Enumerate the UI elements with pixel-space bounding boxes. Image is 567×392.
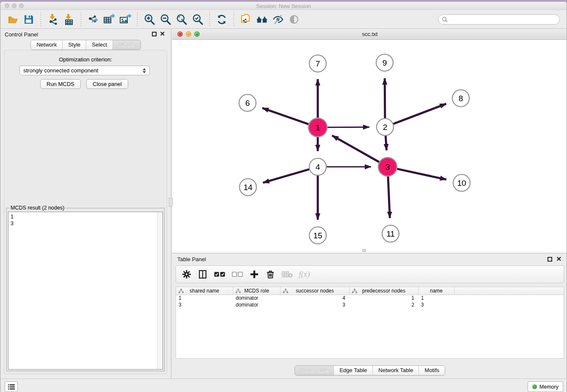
column-type-icon xyxy=(352,289,357,293)
function-builder-icon[interactable]: f(x) xyxy=(299,270,310,279)
hide-selected-icon[interactable] xyxy=(272,13,284,26)
graph-edge-3-11[interactable] xyxy=(388,177,390,218)
table-row[interactable]: 1 dominator 4 1 1 xyxy=(176,295,564,302)
graph-node-label: 15 xyxy=(313,231,322,240)
graph-node-8[interactable]: 8 xyxy=(452,90,469,107)
settings-gear-icon[interactable] xyxy=(181,269,192,280)
cell-successor-nodes[interactable]: 3 xyxy=(281,302,350,309)
graph-node-11[interactable]: 11 xyxy=(382,225,399,242)
network-window-titlebar[interactable]: ✕ − ＋ scc.txt xyxy=(172,29,567,40)
column-header-successor-nodes[interactable]: successor nodes xyxy=(281,287,350,295)
graph-node-15[interactable]: 15 xyxy=(309,227,326,244)
import-table-icon[interactable] xyxy=(63,13,75,26)
graph-edge-3-1[interactable] xyxy=(332,135,379,162)
first-neighbors-icon[interactable] xyxy=(256,13,268,26)
close-panel-icon[interactable]: ✕ xyxy=(160,30,165,38)
import-network-icon[interactable] xyxy=(47,13,59,26)
graph-edge-3-10[interactable] xyxy=(397,169,446,179)
add-row-icon[interactable] xyxy=(249,269,260,280)
column-header-predecessor-nodes[interactable]: predecessor nodes xyxy=(350,287,418,295)
graph-node-3[interactable]: 3 xyxy=(378,157,397,176)
export-table-icon[interactable] xyxy=(103,13,116,26)
graph-node-label: 4 xyxy=(316,163,320,171)
panel-splitter-handle[interactable] xyxy=(169,198,173,207)
delete-rows-icon[interactable] xyxy=(265,269,276,280)
open-session-icon[interactable] xyxy=(6,13,19,26)
graph-node-4[interactable]: 4 xyxy=(309,158,326,175)
cell-mcds-role[interactable]: dominator xyxy=(233,302,281,309)
column-type-icon xyxy=(283,289,288,293)
tab-edge-table[interactable]: Edge Table xyxy=(333,366,372,375)
cell-name[interactable]: 3 xyxy=(418,302,454,309)
graph-node-2[interactable]: 2 xyxy=(377,119,394,135)
deselect-all-icon[interactable] xyxy=(231,269,244,280)
select-all-icon[interactable] xyxy=(213,269,226,280)
table-row[interactable]: 3 dominator 3 2 3 xyxy=(176,302,564,309)
zoom-selected-icon[interactable] xyxy=(191,13,204,26)
float-panel-icon[interactable] xyxy=(152,32,157,36)
save-session-icon[interactable] xyxy=(22,13,35,26)
float-table-panel-icon[interactable] xyxy=(548,257,552,262)
cell-successor-nodes[interactable]: 4 xyxy=(281,295,350,302)
column-header-shared-name[interactable]: shared name xyxy=(176,287,233,295)
tab-style[interactable]: Style xyxy=(62,40,86,50)
search-input[interactable] xyxy=(448,16,556,22)
export-image-icon[interactable] xyxy=(119,13,132,26)
tab-node-table[interactable]: Node Table xyxy=(295,366,334,375)
zoom-out-icon[interactable] xyxy=(159,13,172,26)
graph-node-14[interactable]: 14 xyxy=(239,179,256,196)
toolbar-separator xyxy=(209,13,210,26)
graph-edge-4-14[interactable] xyxy=(263,169,309,183)
tab-select[interactable]: Select xyxy=(86,40,113,50)
tab-motifs[interactable]: Motifs xyxy=(418,366,445,375)
column-header-mcds-role[interactable]: MCDS role xyxy=(233,287,281,295)
cell-shared-name[interactable]: 1 xyxy=(176,295,233,302)
mcds-result-box[interactable]: 1 3 xyxy=(8,212,163,370)
graph-node-9[interactable]: 9 xyxy=(376,54,393,71)
graph-edge-2-3[interactable] xyxy=(385,136,386,150)
close-panel-button[interactable]: Close panel xyxy=(86,79,128,89)
close-table-panel-icon[interactable]: ✕ xyxy=(556,255,561,263)
show-hidden-icon[interactable] xyxy=(288,13,300,26)
graph-node-label: 14 xyxy=(243,183,253,192)
graph-node-label: 3 xyxy=(385,163,390,171)
graph-node-7[interactable]: 7 xyxy=(309,55,326,72)
export-network-icon[interactable] xyxy=(87,13,99,26)
memory-button[interactable]: Memory xyxy=(528,381,563,392)
show-column-icon[interactable] xyxy=(197,269,208,280)
network-canvas[interactable]: 7968124314101511 xyxy=(172,40,567,252)
graph-node-6[interactable]: 6 xyxy=(239,94,256,111)
column-type-icon xyxy=(179,289,184,293)
graph-edge-1-2[interactable] xyxy=(328,127,369,127)
graph-edge-1-6[interactable] xyxy=(262,108,308,124)
zoom-in-icon[interactable] xyxy=(143,13,156,26)
optimization-criterion-select[interactable]: strongly connected component xyxy=(19,66,150,75)
optimization-criterion-label: Optimization criterion: xyxy=(4,56,167,63)
cell-name[interactable]: 1 xyxy=(418,295,454,302)
tab-network[interactable]: Network xyxy=(31,40,62,50)
clone-network-icon[interactable] xyxy=(239,13,252,26)
graph-node-10[interactable]: 10 xyxy=(453,174,470,191)
task-history-button[interactable] xyxy=(5,381,18,392)
tab-network-table[interactable]: Network Table xyxy=(372,366,418,375)
cell-shared-name[interactable]: 3 xyxy=(176,302,233,309)
graph-node-label: 10 xyxy=(457,179,466,188)
result-scrollbar[interactable] xyxy=(157,212,162,369)
toolbar-separator xyxy=(81,13,81,26)
search-box[interactable] xyxy=(438,14,560,25)
cell-mcds-role[interactable]: dominator xyxy=(233,295,281,302)
run-mcds-button[interactable]: Run MCDS xyxy=(40,79,81,89)
tab-mcds[interactable]: MCDS xyxy=(113,40,140,50)
zoom-fit-icon[interactable] xyxy=(175,13,188,26)
column-header-name[interactable]: name xyxy=(418,287,454,295)
cell-predecessor-nodes[interactable]: 1 xyxy=(350,295,418,302)
table-toolbar: f(x) xyxy=(176,265,564,283)
graph-edge-2-8[interactable] xyxy=(394,104,446,124)
canvas-splitter-handle[interactable] xyxy=(362,249,366,252)
refresh-view-icon[interactable] xyxy=(215,13,228,26)
cell-predecessor-nodes[interactable]: 2 xyxy=(350,302,418,309)
network-graph: 7968124314101511 xyxy=(172,40,567,252)
graph-node-1[interactable]: 1 xyxy=(308,118,327,137)
delete-table-icon[interactable] xyxy=(281,269,294,280)
graph-edge-2-9[interactable] xyxy=(385,78,385,118)
